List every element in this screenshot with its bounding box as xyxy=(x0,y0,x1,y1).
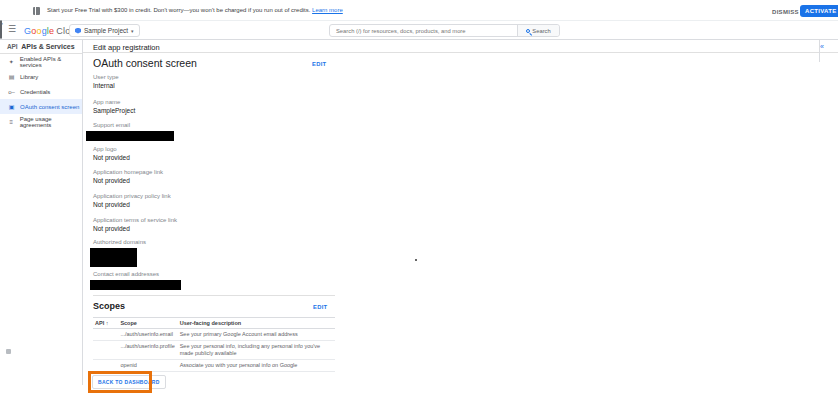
field-app-name: App name SampleProject xyxy=(93,98,333,115)
api-cell xyxy=(93,341,118,360)
search-icon xyxy=(526,29,530,33)
table-row: .../auth/userinfo.email See your primary… xyxy=(93,329,335,341)
api-cell xyxy=(93,360,118,372)
scope-cell: .../auth/userinfo.email xyxy=(118,329,177,341)
chevron-down-icon: ▾ xyxy=(131,28,134,34)
project-icon xyxy=(75,28,81,34)
search-button[interactable]: Search xyxy=(517,25,559,36)
oauth-section-title: OAuth consent screen xyxy=(93,57,197,69)
field-value: Internal xyxy=(93,82,333,90)
library-icon: ▤ xyxy=(8,73,15,80)
dismiss-button[interactable]: DISMISS xyxy=(772,9,799,15)
sidebar: API APIs & Services ✦ Enabled APIs & ser… xyxy=(0,40,83,385)
document-icon: ≡ xyxy=(8,119,15,125)
sidebar-item-credentials[interactable]: o– Credentials xyxy=(0,84,82,99)
field-contact-emails: Contact email addresses xyxy=(93,270,333,290)
field-label: User type xyxy=(93,73,333,81)
field-homepage-link: Application homepage link Not provided xyxy=(93,168,333,185)
cloud-shell-icon[interactable] xyxy=(0,20,2,39)
sidebar-item-label: Page usage agreements xyxy=(20,116,82,128)
scopes-table: API ↑ Scope User-facing description .../… xyxy=(93,317,335,372)
learn-more-link[interactable]: Learn more xyxy=(312,7,343,13)
field-terms-of-service-link: Application terms of service link Not pr… xyxy=(93,216,333,233)
description-cell: See your personal info, including any pe… xyxy=(178,341,335,360)
page-toolbar: Edit app registration xyxy=(83,40,838,53)
api-cell xyxy=(93,329,118,341)
redacted-value xyxy=(90,280,181,290)
collapse-info-panel-icon[interactable]: « xyxy=(820,43,824,50)
stray-dot xyxy=(415,259,417,261)
sidebar-item-enabled-apis[interactable]: ✦ Enabled APIs & services xyxy=(0,54,82,69)
sidebar-collapse-icon[interactable] xyxy=(6,349,11,354)
field-value: SampleProject xyxy=(93,107,333,115)
table-row: .../auth/userinfo.profile See your perso… xyxy=(93,341,335,360)
field-label: Application privacy policy link xyxy=(93,192,333,200)
scope-cell: openid xyxy=(118,360,177,372)
table-header-row: API ↑ Scope User-facing description xyxy=(93,318,335,329)
activate-button[interactable]: ACTIVATE xyxy=(800,5,838,17)
enabled-apis-icon: ✦ xyxy=(8,58,15,65)
section-divider xyxy=(93,295,335,296)
column-header-api[interactable]: API ↑ xyxy=(93,318,118,329)
sidebar-header: API APIs & Services xyxy=(0,40,82,54)
sidebar-item-library[interactable]: ▤ Library xyxy=(0,69,82,84)
field-value: Not provided xyxy=(93,201,333,209)
page-title: Edit app registration xyxy=(93,43,160,52)
column-header-scope: Scope xyxy=(118,318,177,329)
table-row: openid Associate you with your personal … xyxy=(93,360,335,372)
column-header-description: User-facing description xyxy=(178,318,335,329)
scope-cell: .../auth/userinfo.profile xyxy=(118,341,177,360)
sidebar-item-page-usage-agreements[interactable]: ≡ Page usage agreements xyxy=(0,114,82,129)
hamburger-menu-icon[interactable]: ☰ xyxy=(8,24,16,34)
field-app-logo: App logo Not provided xyxy=(93,145,333,162)
right-panel-divider xyxy=(819,40,820,62)
free-trial-message: Start your Free Trial with $300 in credi… xyxy=(47,7,310,13)
description-cell: Associate you with your personal info on… xyxy=(178,360,335,372)
sidebar-item-oauth-consent-screen[interactable]: ▣ OAuth consent screen xyxy=(0,99,82,114)
sidebar-item-label: Enabled APIs & services xyxy=(20,56,82,68)
scopes-edit-link[interactable]: EDIT xyxy=(313,304,327,310)
global-search: Search xyxy=(329,24,560,37)
sidebar-item-label: Credentials xyxy=(20,89,50,95)
sort-ascending-icon: ↑ xyxy=(106,320,109,326)
redacted-value xyxy=(90,248,137,267)
redacted-value xyxy=(86,131,174,141)
field-label: Contact email addresses xyxy=(93,270,333,278)
project-selector[interactable]: Sample Project ▾ xyxy=(69,24,140,37)
sidebar-item-label: OAuth consent screen xyxy=(20,104,79,110)
project-name: Sample Project xyxy=(84,27,128,34)
search-button-label: Search xyxy=(532,28,550,34)
free-trial-text: Start your Free Trial with $300 in credi… xyxy=(47,7,343,13)
field-privacy-policy-link: Application privacy policy link Not prov… xyxy=(93,192,333,209)
search-input[interactable] xyxy=(330,28,517,34)
key-icon: o– xyxy=(8,89,15,95)
logo-letter: e xyxy=(49,26,54,36)
field-value: Not provided xyxy=(93,177,333,185)
field-label: Authorized domains xyxy=(93,238,333,246)
back-to-dashboard-button[interactable]: BACK TO DASHBOARD xyxy=(92,375,166,389)
field-label: Application terms of service link xyxy=(93,216,333,224)
main-content: Edit app registration « OAuth consent sc… xyxy=(83,40,838,406)
field-value: Not provided xyxy=(93,154,333,162)
field-authorized-domains: Authorized domains xyxy=(93,238,333,267)
api-logo: API xyxy=(7,43,17,50)
field-label: Application homepage link xyxy=(93,168,333,176)
sidebar-item-label: Library xyxy=(20,74,38,80)
consent-screen-icon: ▣ xyxy=(8,103,15,110)
gift-icon xyxy=(33,7,40,15)
field-value: Not provided xyxy=(93,225,333,233)
field-label: App logo xyxy=(93,145,333,153)
field-user-type: User type Internal xyxy=(93,73,333,90)
scopes-section-title: Scopes xyxy=(93,301,125,311)
oauth-edit-link[interactable]: EDIT xyxy=(312,61,326,67)
field-label: Support email xyxy=(93,121,333,129)
free-trial-banner: Start your Free Trial with $300 in credi… xyxy=(0,0,838,21)
column-label: API xyxy=(95,320,104,326)
app-header: ☰ GoogleCloud Sample Project ▾ Search 1 … xyxy=(0,21,838,40)
field-support-email: Support email xyxy=(93,121,333,141)
field-label: App name xyxy=(93,98,333,106)
sidebar-title: APIs & Services xyxy=(21,43,74,50)
description-cell: See your primary Google Account email ad… xyxy=(178,329,335,341)
